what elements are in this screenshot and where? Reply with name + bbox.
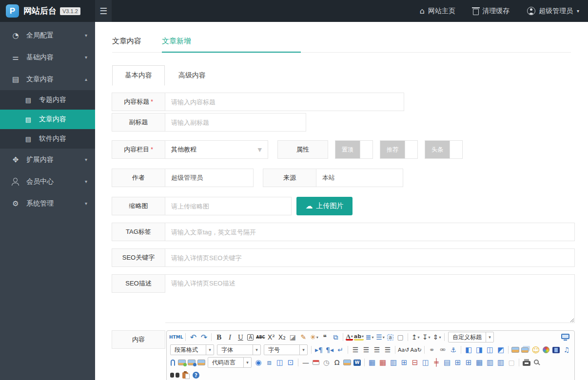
highlight-color-icon[interactable]: ab▾ [354,334,364,341]
font-size-select[interactable]: 字号▾ [264,344,308,355]
tab-advanced-content[interactable]: 高级内容 [175,65,210,86]
anchor-icon[interactable]: ⚓ [449,345,458,355]
align-justify-icon[interactable]: ☰ [383,345,392,355]
unlink-icon[interactable]: ⚮ [438,345,448,355]
underline-icon[interactable]: U [235,332,245,342]
redo-icon[interactable]: ↷ [199,332,209,342]
preview-icon[interactable] [534,360,539,364]
image-map-icon[interactable] [178,360,186,365]
print-icon[interactable] [523,361,530,366]
upload-image-button[interactable]: ☁ 上传图片 [296,197,353,215]
seo-description-textarea[interactable] [165,274,575,323]
find-replace-icon[interactable] [170,373,179,378]
insert-image-icon[interactable] [511,347,519,353]
table-insert-icon[interactable]: ▦ [367,358,377,367]
font-color-icon[interactable]: A▾ [346,334,353,341]
image-align-left-icon[interactable]: ◧ [464,345,473,355]
tab-basic-content[interactable]: 基本内容 [112,65,165,86]
paste-plain-icon[interactable]: ⧉ [331,332,340,342]
select-all-icon[interactable]: a [387,334,393,341]
paragraph-spacing-top-icon[interactable]: ↥▾ [411,332,420,342]
palette-icon[interactable] [543,346,549,353]
auto-wrap-icon[interactable]: ↵ [335,345,345,355]
paragraph-format-select[interactable]: 段落格式▾ [170,344,214,355]
seo-keywords-input[interactable] [165,248,575,267]
blockquote-icon[interactable]: ❝ [320,332,330,342]
image-link-icon[interactable] [343,360,351,365]
align-center-icon[interactable]: ☰ [361,345,371,355]
tags-input[interactable] [165,223,575,241]
remote-capture-icon[interactable]: ⊡ [286,358,295,367]
page-insert-icon[interactable] [197,360,205,365]
multi-image-icon[interactable] [521,347,529,353]
doc-disabled-icon[interactable]: ▢ [507,358,516,367]
superscript-icon[interactable]: X² [266,332,276,342]
sidebar-subitem-2[interactable]: ▤软件内容 [0,129,95,149]
sidebar-item-0[interactable]: ◔全局配置▾ [0,24,95,46]
case-rotate-right-icon[interactable]: Aa↻ [410,345,421,355]
sidebar-item-4[interactable]: 会员中心▾ [0,171,95,192]
insert-link-icon[interactable]: ⚭ [427,345,437,355]
line-height-icon[interactable]: ⇕▾ [432,332,442,342]
table-grid-icon[interactable]: ▦ [474,358,484,367]
html-source-icon[interactable]: HTML [169,332,183,342]
paragraph-spacing-bottom-icon[interactable]: ↧▾ [421,332,431,342]
align-left-icon[interactable]: ☰ [351,345,360,355]
page-break-icon[interactable]: ⧈ [264,358,274,367]
cell-merge-icon[interactable]: ⊟ [410,358,420,367]
toggle-headline[interactable]: 头条 [425,140,463,159]
special-char-icon[interactable]: Ω [332,358,342,367]
help-icon[interactable]: ? [193,372,199,379]
table-rows-icon[interactable]: ▥ [485,358,495,367]
format-brush-icon[interactable]: ✎ [298,332,308,342]
col-insert-icon[interactable]: ◫ [421,358,431,367]
code-language-select[interactable]: 代码语言▾ [208,357,252,368]
italic-icon[interactable]: I [225,332,235,342]
unordered-list-icon[interactable]: ☰▾ [375,332,385,342]
font-family-select[interactable]: 字体▾ [217,344,261,355]
insert-time-icon[interactable]: ◷ [321,358,331,367]
row-insert-icon[interactable]: ⊞ [399,358,409,367]
insert-video-icon[interactable] [552,347,560,353]
title-input[interactable] [165,93,404,111]
emoticon-icon[interactable]: ☺ [531,345,541,355]
map-insert-icon[interactable] [188,360,196,365]
insert-columns-icon[interactable]: ◫ [275,358,285,367]
horizontal-rule-icon[interactable]: — [301,358,311,367]
sidebar-item-2[interactable]: ▤文章内容▴ [0,68,95,90]
table-cols-icon[interactable]: ▥ [496,358,506,367]
tab-article-add[interactable]: 文章新增 [162,37,301,53]
category-select[interactable]: 其他教程 ▼ [165,140,268,159]
outdent-icon[interactable]: ¶◂ [325,345,334,355]
col-add-icon[interactable]: ⊞ [464,358,473,367]
subscript-icon[interactable]: X₂ [277,332,287,342]
tab-article-list[interactable]: 文章内容 [112,37,141,52]
ordered-list-icon[interactable]: ≣▾ [365,332,374,342]
custom-title-select[interactable]: 自定义标题▾ [448,332,494,342]
insert-calendar-icon[interactable] [313,360,319,365]
table-delete-icon[interactable]: ▦ [378,358,388,367]
new-page-icon[interactable]: ▢ [395,332,405,342]
word-import-icon[interactable]: W [353,360,361,366]
subtitle-input[interactable] [165,113,306,132]
author-input[interactable] [165,169,254,187]
image-align-center-icon[interactable]: ◫ [485,345,495,355]
image-align-top-icon[interactable]: ◩ [496,345,506,355]
eraser-icon[interactable]: ◪ [288,332,297,342]
toggle-sticky[interactable]: 置顶 [335,140,373,159]
nav-clear-cache[interactable]: 清理缓存 [473,7,510,16]
sidebar-item-3[interactable]: ✥扩展内容▾ [0,149,95,171]
fullscreen-icon[interactable] [561,334,569,339]
sidebar-toggle-button[interactable]: ☰ [95,0,112,22]
attachment-icon[interactable] [171,360,175,366]
insert-music-icon[interactable]: ♫ [562,345,571,355]
nav-admin-menu[interactable]: 超级管理员 ▾ [527,7,579,16]
image-align-right-icon[interactable]: ◨ [474,345,484,355]
sidebar-subitem-0[interactable]: ▤专题内容 [0,90,95,110]
toggle-recommend[interactable]: 推荐 [380,140,418,159]
paste-board-icon[interactable] [182,372,188,379]
indent-icon[interactable]: ▸¶ [314,345,324,355]
code-app-icon[interactable]: ◉ [254,358,263,367]
strikethrough-icon[interactable]: ABC [255,332,265,342]
source-input[interactable] [316,169,403,187]
